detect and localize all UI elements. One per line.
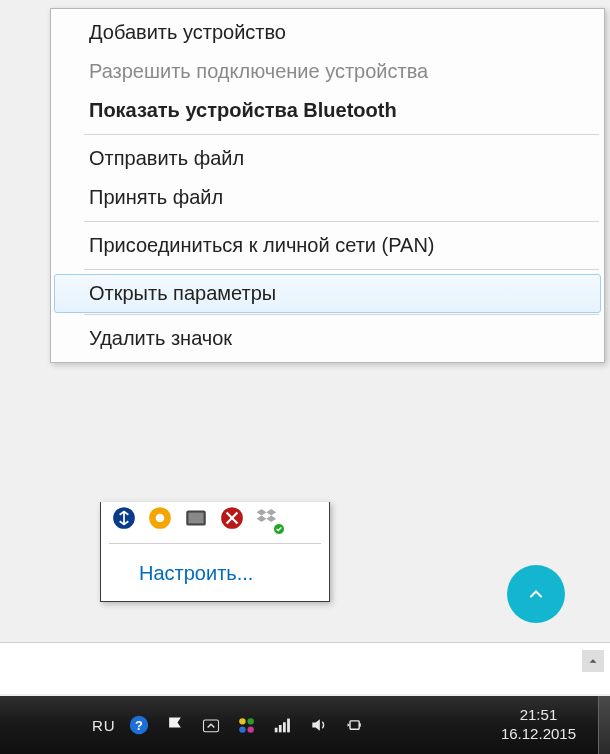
dropbox-icon[interactable] <box>255 505 281 531</box>
svg-point-2 <box>156 514 165 523</box>
tray-overflow-popup: Настроить... <box>100 502 330 602</box>
action-center-icon[interactable] <box>162 712 188 738</box>
clock-time: 21:51 <box>501 706 576 725</box>
svg-rect-4 <box>188 513 203 524</box>
separator <box>84 314 599 315</box>
bluetooth-context-menu: Добавить устройство Разрешить подключени… <box>50 8 605 363</box>
clock[interactable]: 21:51 16.12.2015 <box>501 706 576 744</box>
tray-icons-grid <box>101 502 329 539</box>
power-icon[interactable] <box>342 712 368 738</box>
tray-app-icon[interactable] <box>147 505 173 531</box>
menu-receive-file[interactable]: Принять файл <box>54 178 601 217</box>
svg-rect-16 <box>287 719 290 733</box>
svg-rect-13 <box>274 728 277 733</box>
menu-remove-icon[interactable]: Удалить значок <box>54 319 601 358</box>
sync-ok-badge <box>273 523 285 535</box>
svg-rect-8 <box>203 720 218 732</box>
help-icon[interactable]: ? <box>126 712 152 738</box>
separator <box>84 134 599 135</box>
chevron-up-icon <box>526 584 546 604</box>
svg-point-9 <box>239 718 245 724</box>
tray-app-icon[interactable] <box>183 505 209 531</box>
menu-allow-connection: Разрешить подключение устройства <box>54 52 601 91</box>
scroll-to-top-button[interactable] <box>507 565 565 623</box>
customize-link[interactable]: Настроить... <box>101 548 329 601</box>
menu-add-device[interactable]: Добавить устройство <box>54 13 601 52</box>
show-desktop-button[interactable] <box>598 696 610 754</box>
separator <box>84 269 599 270</box>
caret-up-icon <box>586 654 600 668</box>
tray-overflow-icon[interactable] <box>198 712 224 738</box>
tray-app-icon[interactable] <box>219 505 245 531</box>
svg-point-10 <box>247 718 253 724</box>
separator <box>109 543 321 544</box>
svg-rect-17 <box>350 721 359 729</box>
svg-point-11 <box>239 726 245 732</box>
menu-show-devices[interactable]: Показать устройства Bluetooth <box>54 91 601 130</box>
menu-send-file[interactable]: Отправить файл <box>54 139 601 178</box>
clock-date: 16.12.2015 <box>501 725 576 744</box>
volume-icon[interactable] <box>306 712 332 738</box>
svg-text:?: ? <box>135 718 143 733</box>
menu-join-pan[interactable]: Присоединиться к личной сети (PAN) <box>54 226 601 265</box>
tray-app-icon[interactable] <box>111 505 137 531</box>
menu-open-settings[interactable]: Открыть параметры <box>54 274 601 313</box>
svg-point-12 <box>247 726 253 732</box>
svg-rect-15 <box>283 722 286 732</box>
svg-rect-14 <box>279 725 282 732</box>
homegroup-icon[interactable] <box>234 712 260 738</box>
wifi-icon[interactable] <box>270 712 296 738</box>
scroll-up-button[interactable] <box>582 650 604 672</box>
language-indicator[interactable]: RU <box>92 717 116 734</box>
svg-rect-18 <box>359 723 361 726</box>
taskbar: RU ? 21:51 16.12.2015 <box>0 696 610 754</box>
separator <box>84 221 599 222</box>
page-footer-strip <box>0 642 610 694</box>
